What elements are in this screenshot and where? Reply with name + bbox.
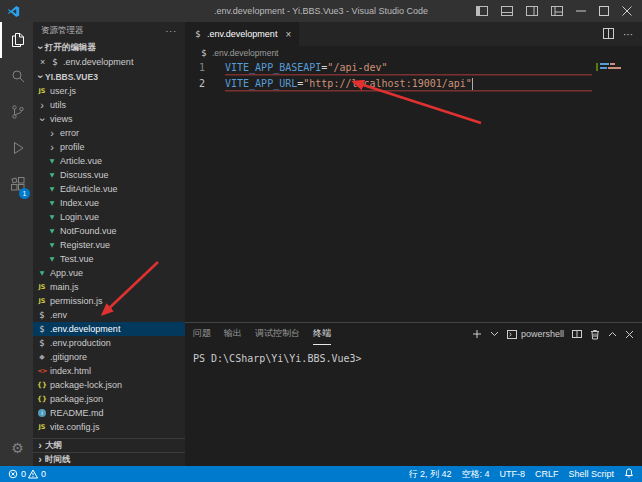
indentation-status[interactable]: 空格: 4 [461, 468, 489, 481]
vscode-logo-icon [7, 5, 20, 18]
terminal-profiles-dropdown-icon[interactable] [490, 331, 499, 337]
timeline-section-header[interactable]: › 时间线 [33, 452, 185, 466]
cursor-position-status[interactable]: 行 2, 列 42 [408, 468, 451, 481]
open-editor-item[interactable]: × $ .env.development [33, 55, 185, 69]
tree-item-label: Login.vue [60, 212, 99, 222]
project-section-header[interactable]: › YI.BBS.VUE3 [33, 69, 185, 84]
tree-item-label: vite.config.js [50, 422, 100, 432]
eol-status[interactable]: CRLF [535, 469, 559, 479]
vue-file-icon: ▼ [47, 198, 57, 208]
vue-file-icon: ▼ [47, 240, 57, 250]
close-window-button[interactable] [622, 6, 632, 16]
panel-tab-问题[interactable]: 问题 [193, 323, 211, 345]
panel-tab-终端[interactable]: 终端 [313, 323, 331, 345]
tree-item-error[interactable]: ›error [33, 126, 185, 140]
toggle-primary-sidebar-icon[interactable] [476, 6, 488, 16]
chevron-down-icon: › [35, 72, 46, 82]
sidebar-more-actions-icon[interactable]: ··· [166, 26, 178, 36]
tree-item-register-vue[interactable]: ▼Register.vue [33, 238, 185, 252]
open-editors-header[interactable]: › 打开的编辑器 [33, 40, 185, 55]
tree-item-discuss-vue[interactable]: ▼Discuss.vue [33, 168, 185, 182]
warnings-icon [28, 469, 38, 479]
minimize-button[interactable] [576, 6, 586, 16]
code-content: VITE_APP_URL="http://localhost:19001/api… [225, 76, 473, 92]
tree-item-gitignore[interactable]: ◆.gitignore [33, 350, 185, 364]
html-file-icon: <> [37, 366, 47, 376]
tree-item-label: .gitignore [50, 352, 87, 362]
tree-item-label: .env.development [50, 324, 120, 334]
extensions-activity-icon[interactable]: 1 [0, 166, 33, 202]
vue-file-icon: ▼ [47, 184, 57, 194]
problems-status[interactable]: 0 0 [8, 469, 46, 479]
tree-item-test-vue[interactable]: ▼Test.vue [33, 252, 185, 266]
title-bar: .env.development - Yi.BBS.Vue3 - Visual … [0, 0, 642, 22]
tree-item-package-json[interactable]: {}package.json [33, 392, 185, 406]
tree-item-readme-md[interactable]: iREADME.md [33, 406, 185, 420]
tree-item-env-production[interactable]: $.env.production [33, 336, 185, 350]
timeline-label: 时间线 [45, 454, 71, 466]
tree-item-app-vue[interactable]: ▼App.vue [33, 266, 185, 280]
outline-section-header[interactable]: › 大纲 [33, 438, 185, 452]
tree-item-vite-config-js[interactable]: JSvite.config.js [33, 420, 185, 434]
customize-layout-icon[interactable] [551, 6, 563, 16]
run-debug-activity-icon[interactable] [0, 130, 33, 166]
tree-item-main-js[interactable]: JSmain.js [33, 280, 185, 294]
env-file-icon: $ [50, 57, 60, 67]
close-tab-icon[interactable]: × [285, 29, 291, 40]
breadcrumb[interactable]: $ .env.development [185, 46, 642, 60]
notifications-bell-icon[interactable] [624, 468, 634, 480]
tree-item-views[interactable]: ›views [33, 112, 185, 126]
code-line-2[interactable]: 2VITE_APP_URL="http://localhost:19001/ap… [185, 76, 642, 92]
search-activity-icon[interactable] [0, 58, 33, 94]
explorer-activity-icon[interactable] [0, 22, 33, 58]
tree-item-env[interactable]: $.env [33, 308, 185, 322]
maximize-panel-icon[interactable] [608, 331, 617, 337]
toggle-panel-icon[interactable] [501, 6, 513, 16]
line-number[interactable]: 2 [185, 76, 205, 92]
env-file-icon: $ [37, 310, 47, 320]
close-editor-icon[interactable]: × [40, 57, 50, 67]
maximize-button[interactable] [599, 6, 609, 16]
tree-item-utils[interactable]: ›utils [33, 98, 185, 112]
tree-item-notfound-vue[interactable]: ▼NotFound.vue [33, 224, 185, 238]
kill-terminal-trash-icon[interactable] [590, 329, 600, 340]
split-editor-icon[interactable] [603, 28, 614, 41]
tree-item-label: Index.vue [60, 198, 99, 208]
toggle-secondary-sidebar-icon[interactable] [526, 6, 538, 16]
tree-item-label: main.js [50, 282, 79, 292]
terminal[interactable]: PS D:\CSharp\Yi\Yi.BBS.Vue3> [185, 345, 642, 466]
panel-tab-调试控制台[interactable]: 调试控制台 [255, 323, 300, 345]
settings-gear-icon[interactable]: ⚙ [0, 430, 33, 466]
js-file-icon: JS [37, 282, 47, 292]
tree-item-index-html[interactable]: <>index.html [33, 364, 185, 378]
panel-tab-输出[interactable]: 输出 [224, 323, 242, 345]
tree-item-permission-js[interactable]: JSpermission.js [33, 294, 185, 308]
close-panel-icon[interactable] [625, 330, 634, 339]
tab-env-development[interactable]: $ .env.development × [185, 22, 299, 46]
tree-item-label: .env.production [50, 338, 111, 348]
encoding-status[interactable]: UTF-8 [499, 469, 525, 479]
code-line-1[interactable]: 1VITE_APP_BASEAPI="/api-dev" [185, 60, 642, 76]
terminal-instance-item[interactable]: powershell [507, 329, 564, 339]
tree-item-label: Article.vue [60, 156, 102, 166]
tree-item-article-vue[interactable]: ▼Article.vue [33, 154, 185, 168]
tree-item-editarticle-vue[interactable]: ▼EditArticle.vue [33, 182, 185, 196]
language-mode-status[interactable]: Shell Script [568, 469, 614, 479]
tree-item-login-vue[interactable]: ▼Login.vue [33, 210, 185, 224]
status-bar: 0 0 行 2, 列 42 空格: 4 UTF-8 CRLF Shell Scr… [0, 466, 642, 482]
new-terminal-icon[interactable] [472, 329, 482, 339]
bottom-panel: 问题输出调试控制台终端 powershell [185, 322, 642, 466]
line-number[interactable]: 1 [185, 60, 205, 76]
tab-bar: $ .env.development × ··· [185, 22, 642, 46]
code-editor[interactable]: 1VITE_APP_BASEAPI="/api-dev"2VITE_APP_UR… [185, 60, 642, 322]
tree-item-package-lock-json[interactable]: {}package-lock.json [33, 378, 185, 392]
tree-item-env-development[interactable]: $.env.development [33, 322, 185, 336]
tree-item-profile[interactable]: ›profile [33, 140, 185, 154]
more-actions-icon[interactable]: ··· [623, 29, 633, 40]
source-control-activity-icon[interactable] [0, 94, 33, 130]
split-terminal-icon[interactable] [572, 329, 582, 339]
tree-item-index-vue[interactable]: ▼Index.vue [33, 196, 185, 210]
tree-item-label: user.js [50, 86, 76, 96]
tree-item-user-js[interactable]: JSuser.js [33, 84, 185, 98]
minimap[interactable] [600, 63, 634, 71]
